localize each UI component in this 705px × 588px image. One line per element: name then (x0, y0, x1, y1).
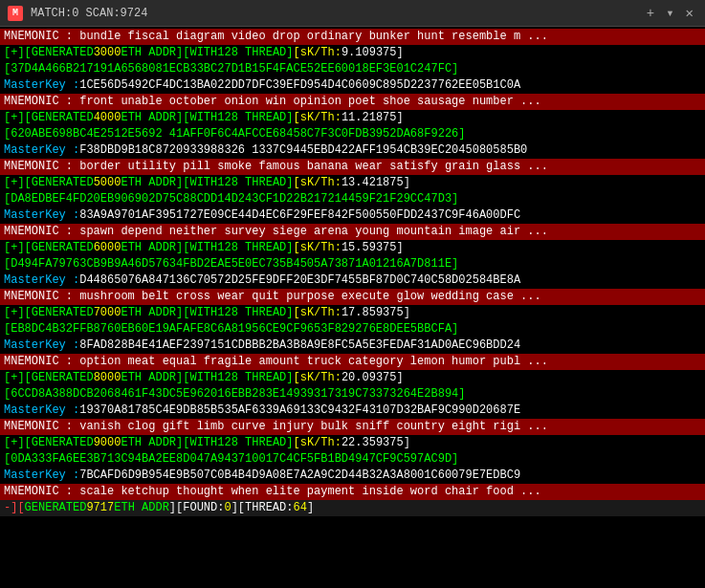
status-gen-num: 9717 (86, 500, 114, 516)
terminal-line-20: MNEMONIC : option meat equal fragile amo… (0, 354, 705, 370)
terminal-line-15: MasterKey : D44865076A847136C70572D25FE9… (0, 272, 705, 289)
masterkey-value: F38DBD9B18C8720933988326 1337C9445EBD422… (79, 142, 527, 159)
gen-sk: [sK/Th: (293, 110, 341, 126)
more-button[interactable]: ▾ (662, 5, 677, 21)
add-tab-button[interactable]: + (643, 6, 658, 21)
terminal-line-5: [+][GENERATED 4000 ETH ADDR][WITH 128 TH… (0, 110, 705, 126)
gen-number: 8000 (94, 370, 121, 386)
terminal-line-21: [+][GENERATED 8000 ETH ADDR][WITH 128 TH… (0, 370, 705, 386)
gen-val: 11.21875] (341, 110, 404, 126)
masterkey-label: MasterKey : (4, 403, 79, 419)
gen-val: 20.09375] (341, 370, 404, 386)
status-found-label: ][FOUND: (169, 500, 225, 516)
mnemonic-text: MNEMONIC : mushroom belt cross wear quit… (4, 289, 541, 305)
gen-thread: 128 THREAD] (217, 305, 293, 321)
terminal-line-4: MNEMONIC : front unable october onion wi… (0, 94, 705, 110)
terminal-line-2: [37D4A466B217191A6568081ECB33BC27D1B15F4… (0, 61, 705, 77)
terminal-line-1: [+][GENERATED 3000 ETH ADDR][WITH 128 TH… (0, 45, 705, 61)
titlebar: M MATCH:0 SCAN:9724 + ▾ ✕ (0, 0, 705, 27)
gen-sk: [sK/Th: (293, 435, 341, 451)
terminal-line-13: [+][GENERATED 6000 ETH ADDR][WITH 128 TH… (0, 240, 705, 256)
masterkey-value: 8FAD828B4E41AEF2397151CDBBB2BA3B8A9E8FC5… (79, 338, 520, 354)
mnemonic-text: MNEMONIC : option meat equal fragile amo… (4, 354, 548, 370)
gen-prefix: [+][GENERATED (4, 175, 94, 191)
terminal-line-28: MNEMONIC : scale ketchup thought when el… (0, 484, 705, 500)
mnemonic-text: MNEMONIC : scale ketchup thought when el… (4, 484, 541, 500)
gen-prefix: [+][GENERATED (4, 435, 94, 451)
addr-hash: [EB8DC4B32FFB8760EB60E19AFAFE8C6A81956CE… (4, 321, 458, 338)
gen-thread: 128 THREAD] (217, 110, 293, 126)
gen-prefix: [+][GENERATED (4, 305, 94, 321)
titlebar-actions: + ▾ ✕ (643, 5, 697, 21)
gen-thread: 128 THREAD] (217, 435, 293, 451)
gen-thread: 128 THREAD] (217, 240, 293, 256)
gen-number: 4000 (94, 110, 121, 126)
gen-number: 5000 (94, 175, 121, 191)
masterkey-label: MasterKey : (4, 207, 79, 224)
gen-number: 6000 (94, 240, 121, 256)
masterkey-value: 83A9A9701AF3951727E09CE44D4EC6F29FEF842F… (79, 207, 520, 224)
status-thread-num: 64 (293, 500, 306, 516)
terminal-line-14: [D494FA79763CB9B9A46D57634FBD2EAE5E0EC73… (0, 256, 705, 272)
mnemonic-text: MNEMONIC : bundle fiscal diagram video d… (4, 29, 548, 45)
mnemonic-text: MNEMONIC : border utility pill smoke fam… (4, 159, 548, 175)
masterkey-value: 1CE56D5492CF4DC13BA022DD7DFC39EFD954D4C0… (79, 77, 520, 94)
gen-prefix: [+][GENERATED (4, 45, 94, 61)
gen-sk: [sK/Th: (293, 45, 341, 61)
gen-number: 3000 (94, 45, 121, 61)
mnemonic-text: MNEMONIC : front unable october onion wi… (4, 94, 541, 110)
terminal-line-9: [+][GENERATED 5000 ETH ADDR][WITH 128 TH… (0, 175, 705, 191)
terminal-line-10: [DA8EDBEF4FD20EB906902D75C88CDD14D243CF1… (0, 191, 705, 207)
masterkey-label: MasterKey : (4, 272, 79, 289)
gen-val: 22.359375] (341, 435, 410, 451)
gen-eth: ETH ADDR][WITH (121, 240, 217, 256)
gen-eth: ETH ADDR][WITH (121, 370, 217, 386)
masterkey-value: D44865076A847136C70572D25FE9DFF20E3DF745… (79, 272, 520, 289)
masterkey-value: 7BCAFD6D9B954E9B507C0B4B4D9A08E7A2A9C2D4… (79, 468, 520, 484)
gen-prefix: [+][GENERATED (4, 370, 94, 386)
masterkey-label: MasterKey : (4, 468, 79, 484)
gen-eth: ETH ADDR][WITH (121, 45, 217, 61)
gen-thread: 128 THREAD] (217, 370, 293, 386)
addr-hash: [0DA333FA6EE3B713C94BA2EE8D047A943710017… (4, 451, 458, 468)
status-found-num: 0 (224, 500, 231, 516)
masterkey-label: MasterKey : (4, 77, 79, 94)
terminal-line-11: MasterKey : 83A9A9701AF3951727E09CE44D4E… (0, 207, 705, 224)
gen-number: 7000 (94, 305, 121, 321)
status-neg: -][ (4, 500, 25, 516)
gen-sk: [sK/Th: (293, 175, 341, 191)
terminal-line-22: [6CCD8A388DCB2068461F43DC5E962016EBB283E… (0, 386, 705, 403)
gen-eth: ETH ADDR][WITH (121, 110, 217, 126)
addr-hash: [D494FA79763CB9B9A46D57634FBD2EAE5E0EC73… (4, 256, 458, 272)
status-gen-label: GENERATED (25, 500, 87, 516)
addr-hash: [37D4A466B217191A6568081ECB33BC27D1B15F4… (4, 61, 458, 77)
addr-hash: [620ABE698BC4E2512E5692 41AFF0F6C4AFCCE6… (4, 126, 465, 142)
gen-thread: 128 THREAD] (217, 175, 293, 191)
mnemonic-text: MNEMONIC : vanish clog gift limb curve i… (4, 419, 548, 435)
terminal-line-23: MasterKey : 19370A81785C4E9DB85B535AF633… (0, 403, 705, 419)
terminal-line-0: MNEMONIC : bundle fiscal diagram video d… (0, 29, 705, 45)
close-button[interactable]: ✕ (682, 5, 697, 21)
masterkey-label: MasterKey : (4, 338, 79, 354)
gen-val: 13.421875] (341, 175, 410, 191)
terminal-line-12: MNEMONIC : spawn depend neither survey s… (0, 224, 705, 240)
gen-eth: ETH ADDR][WITH (121, 435, 217, 451)
terminal-line-24: MNEMONIC : vanish clog gift limb curve i… (0, 419, 705, 435)
masterkey-label: MasterKey : (4, 142, 79, 159)
masterkey-value: 19370A81785C4E9DB85B535AF6339A69133C9432… (79, 403, 520, 419)
titlebar-title: MATCH:0 SCAN:9724 (31, 7, 635, 20)
gen-val: 17.859375] (341, 305, 410, 321)
gen-number: 9000 (94, 435, 121, 451)
terminal-line-27: MasterKey : 7BCAFD6D9B954E9B507C0B4B4D9A… (0, 468, 705, 484)
gen-val: 9.109375] (341, 45, 404, 61)
gen-prefix: [+][GENERATED (4, 240, 94, 256)
terminal-line-25: [+][GENERATED 9000 ETH ADDR][WITH 128 TH… (0, 435, 705, 451)
status-close: ] (307, 500, 314, 516)
gen-val: 15.59375] (341, 240, 404, 256)
gen-sk: [sK/Th: (293, 240, 341, 256)
terminal-line-19: MasterKey : 8FAD828B4E41AEF2397151CDBBB2… (0, 338, 705, 354)
addr-hash: [DA8EDBEF4FD20EB906902D75C88CDD14D243CF1… (4, 191, 458, 207)
terminal-content: MNEMONIC : bundle fiscal diagram video d… (0, 27, 705, 588)
gen-sk: [sK/Th: (293, 305, 341, 321)
terminal-line-17: [+][GENERATED 7000 ETH ADDR][WITH 128 TH… (0, 305, 705, 321)
